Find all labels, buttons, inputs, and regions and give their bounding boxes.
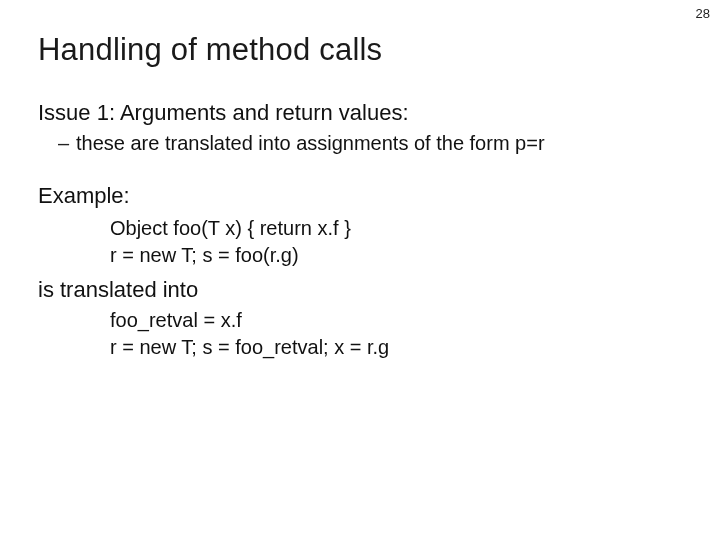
bullet-text: these are translated into assignments of… [76, 132, 682, 155]
issue-heading: Issue 1: Arguments and return values: [38, 100, 682, 126]
code-line: foo_retval = x.f [110, 307, 682, 334]
bullet-dash-icon: – [58, 132, 76, 155]
translated-label: is translated into [38, 277, 682, 303]
page-number: 28 [696, 6, 710, 21]
slide-body: Handling of method calls Issue 1: Argume… [0, 0, 720, 361]
bullet-item: – these are translated into assignments … [58, 132, 682, 155]
example-code-block: Object foo(T x) { return x.f } r = new T… [110, 215, 682, 269]
code-line: r = new T; s = foo(r.g) [110, 242, 682, 269]
code-line: r = new T; s = foo_retval; x = r.g [110, 334, 682, 361]
slide-title: Handling of method calls [38, 32, 682, 68]
example-heading: Example: [38, 183, 682, 209]
code-line: Object foo(T x) { return x.f } [110, 215, 682, 242]
translated-code-block: foo_retval = x.f r = new T; s = foo_retv… [110, 307, 682, 361]
